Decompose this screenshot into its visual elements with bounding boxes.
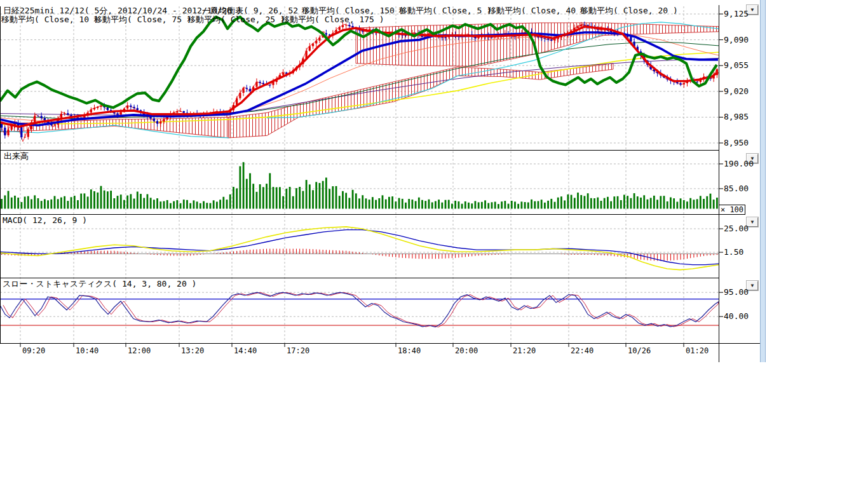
time-axis-label: 01:20 — [686, 347, 709, 355]
legend-item: 移動平均( Close, 75 ) — [94, 15, 192, 24]
stoch-panel-title: スロー・ストキャスティクス( 14, 3, 80, 20 ) — [3, 280, 196, 288]
macd-panel-title: MACD( 12, 26, 9 ) — [3, 216, 87, 225]
price-axis-label: 9,125 — [724, 10, 749, 18]
macd-panel — [0, 227, 719, 270]
time-axis-label: 10/26 — [628, 347, 651, 355]
price-axis-label: 8,950 — [724, 139, 749, 147]
price-panel — [0, 17, 719, 142]
volume-panel-title: 出来高 — [4, 152, 29, 161]
stoch-axis-label: 40.00 — [724, 312, 749, 321]
stochastics-panel — [0, 292, 719, 327]
chart-plot[interactable] — [0, 0, 769, 365]
time-axis-label: 17:20 — [287, 347, 309, 355]
macd-axis-label: 1.50 — [724, 248, 743, 257]
time-axis-label: 18:40 — [398, 347, 421, 355]
legend-row-1: 日経225mini 12/12( 5分, 2012/10/24 - 2012/1… — [0, 6, 719, 15]
time-axis-label: 09:20 — [22, 347, 45, 355]
price-axis-label: 8,985 — [724, 112, 749, 121]
time-axis-label: 21:20 — [513, 347, 536, 355]
chevron-down-icon: ▼ — [750, 219, 755, 225]
time-axis-label: 22:40 — [571, 347, 593, 355]
legend-item: 移動平均( Close, 40 ) — [488, 6, 586, 15]
price-axis-label: 9,055 — [724, 61, 749, 70]
legend-row-2: 移動平均( Close, 10 )移動平均( Close, 75 )移動平均( … — [0, 15, 719, 24]
time-axis-label: 13:20 — [181, 347, 204, 355]
legend-item: 移動平均( Close, 25 ) — [187, 15, 285, 24]
time-axis-label: 20:00 — [455, 347, 478, 355]
chevron-down-icon: ▼ — [750, 283, 755, 288]
volume-axis-label: 85.00 — [724, 184, 749, 193]
legend-item: 移動平均( Close, 10 ) — [1, 15, 99, 24]
chart-window: 日経225mini 12/12( 5分, 2012/10/24 - 2012/1… — [0, 0, 868, 488]
chevron-down-icon: ▼ — [750, 7, 755, 13]
price-axis-label: 9,020 — [724, 87, 749, 96]
legend-item: 移動平均( Close, 175 ) — [281, 15, 384, 24]
time-axis-label: 12:00 — [128, 347, 151, 355]
time-axis-label: 14:40 — [234, 347, 257, 355]
stoch-axis-label: 95.00 — [724, 288, 749, 297]
price-axis-label: 9,090 — [724, 36, 749, 44]
legend-item: 移動平均( Close, 5 ) — [399, 6, 492, 15]
time-axis-label: 10:40 — [76, 347, 98, 355]
legend-item: 移動平均( Close, 20 ) — [580, 6, 678, 15]
vertical-scrollbar[interactable] — [760, 0, 766, 362]
legend-item: 一目均衡表( 9, 26, 52 ) — [202, 6, 308, 15]
volume-multiplier-box: × 100 — [719, 205, 745, 215]
volume-panel — [1, 162, 718, 208]
volume-axis-label: 190.00 — [724, 159, 754, 168]
legend-item: 移動平均( Close, 150 ) — [302, 6, 405, 15]
macd-axis-label: 25.00 — [724, 224, 749, 233]
